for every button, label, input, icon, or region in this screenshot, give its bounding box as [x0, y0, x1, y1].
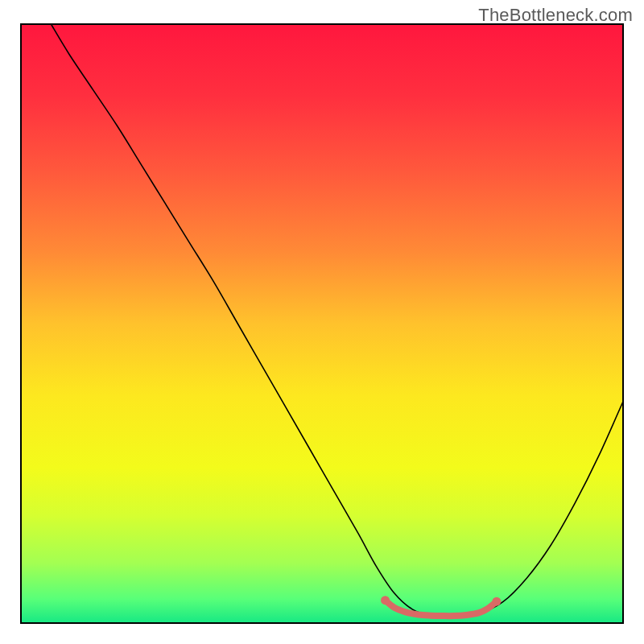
watermark-text: TheBottleneck.com: [478, 5, 633, 26]
bottleneck-chart: TheBottleneck.com: [0, 0, 644, 644]
optimal-start-dot: [381, 596, 390, 605]
plot-background: [21, 24, 623, 623]
chart-svg: [0, 0, 644, 644]
optimal-end-dot: [492, 597, 501, 606]
